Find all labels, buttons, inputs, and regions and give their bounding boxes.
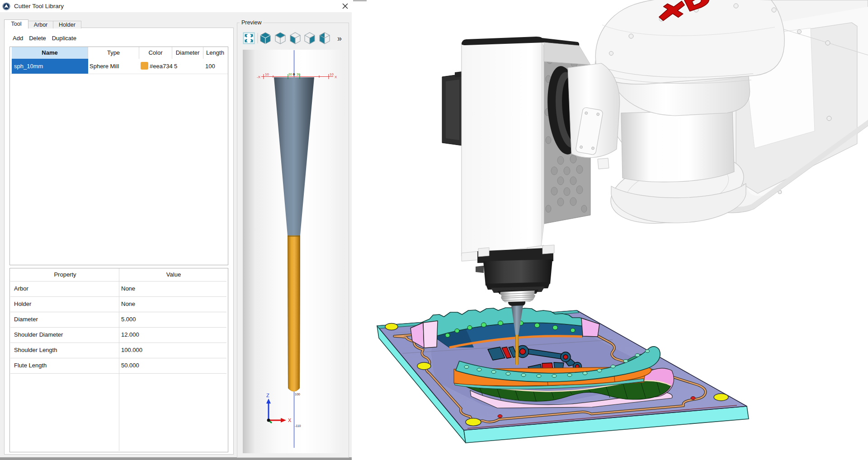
svg-text:-X: -X (257, 75, 261, 79)
svg-text:Z: Z (266, 393, 269, 398)
svg-text:30: 30 (288, 73, 292, 76)
svg-text:30: 30 (297, 73, 300, 76)
svg-text:10: 10 (265, 72, 269, 76)
svg-text:100: 100 (295, 393, 300, 396)
svg-text:-110: -110 (295, 424, 301, 427)
svg-text:0: 0 (293, 72, 295, 76)
svg-text:X: X (288, 418, 292, 423)
svg-text:10: 10 (330, 72, 334, 76)
svg-text:»: » (337, 34, 342, 43)
svg-text:X: X (335, 75, 337, 79)
